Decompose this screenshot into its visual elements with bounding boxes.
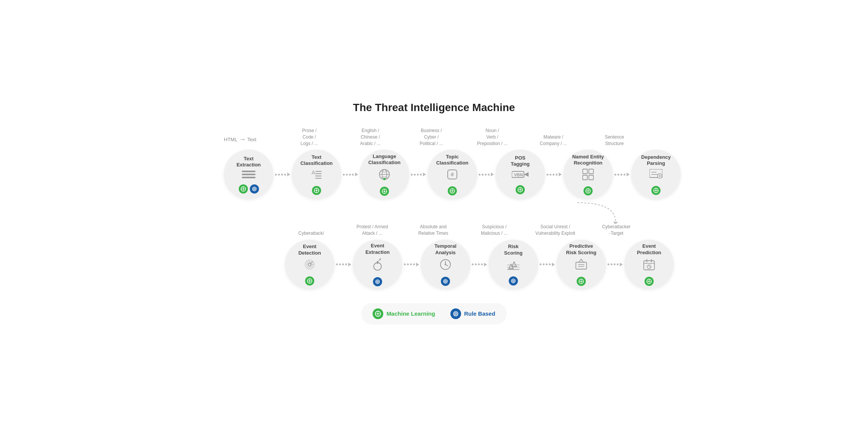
connector-4 bbox=[477, 173, 495, 176]
svg-point-36 bbox=[452, 190, 453, 192]
svg-point-123 bbox=[648, 281, 650, 282]
svg-rect-1 bbox=[242, 174, 256, 175]
page-title: The Threat Intelligence Machine bbox=[217, 102, 651, 114]
badge-ml bbox=[645, 277, 654, 286]
svg-rect-50 bbox=[583, 169, 587, 174]
sublabel2-6: Cyberattacker-Target bbox=[590, 224, 643, 237]
sublabel-6: SentenceStructure bbox=[588, 134, 641, 147]
row2-container: Cyberattack/ Protest / ArmedAttack / ...… bbox=[217, 224, 651, 289]
sublabel-1: Prose /Code /Logs / ... bbox=[283, 127, 336, 147]
badge-ml bbox=[312, 186, 321, 195]
node-event-prediction: EventPrediction bbox=[624, 240, 674, 289]
badge-ml bbox=[239, 184, 248, 194]
row1-container: HTML → Text Prose /Code /Logs / ... Engl… bbox=[217, 127, 651, 199]
node-predictive-risk: PredictiveRisk Scoring bbox=[556, 240, 606, 289]
svg-point-4 bbox=[243, 188, 244, 190]
connector-5 bbox=[545, 173, 563, 176]
legend-rb: Rule Based bbox=[450, 308, 495, 319]
node-dependency-parsing: DependencyParsing bbox=[631, 150, 681, 199]
svg-text:A: A bbox=[312, 169, 315, 176]
svg-point-104 bbox=[513, 281, 514, 281]
sublabel2-4: Suspicious /Malicious / ... bbox=[468, 224, 521, 237]
curve-connector bbox=[217, 201, 651, 224]
connector-r2-5 bbox=[606, 263, 624, 266]
sublabel2-2: Protest / ArmedAttack / ... bbox=[346, 224, 399, 237]
svg-point-89 bbox=[377, 281, 378, 282]
badge-ml bbox=[305, 276, 314, 286]
legend-ml-label: Machine Learning bbox=[386, 310, 435, 317]
svg-rect-53 bbox=[589, 175, 593, 180]
svg-point-55 bbox=[587, 190, 589, 192]
sublabel-5: Malware /Company / ... bbox=[527, 134, 580, 147]
sublabel-4: Noun /Verb /Preposition / ... bbox=[466, 127, 519, 147]
svg-rect-84 bbox=[377, 261, 378, 264]
svg-marker-43 bbox=[524, 172, 529, 177]
sublabel2-5: Social Unrest /Vulnerability Exploit bbox=[529, 224, 582, 237]
svg-line-121 bbox=[649, 267, 651, 268]
svg-point-18 bbox=[316, 190, 317, 191]
svg-point-67 bbox=[655, 190, 657, 191]
badge-ml bbox=[583, 186, 593, 195]
legend-badge-rb bbox=[450, 308, 461, 319]
svg-point-45 bbox=[519, 189, 521, 190]
sublabel2-1: Cyberattack/ bbox=[285, 230, 338, 237]
connector-2 bbox=[341, 173, 360, 176]
node-named-entity: Named EntityRecognition bbox=[563, 150, 613, 199]
svg-point-110 bbox=[580, 281, 582, 282]
svg-point-26 bbox=[383, 178, 386, 180]
svg-point-28 bbox=[384, 190, 385, 192]
row2-circles: EventDetection bbox=[217, 240, 651, 289]
svg-point-96 bbox=[445, 281, 446, 282]
svg-rect-0 bbox=[242, 171, 256, 172]
connector-r2-4 bbox=[538, 263, 556, 266]
svg-point-11 bbox=[254, 189, 255, 189]
badge-ml bbox=[380, 187, 389, 196]
sublabel-3: Business /Cyber /Political / ... bbox=[405, 127, 458, 147]
legend-badge-ml bbox=[373, 308, 383, 319]
legend-rb-label: Rule Based bbox=[464, 310, 495, 317]
svg-text:#: # bbox=[451, 171, 454, 178]
badge-ml bbox=[577, 277, 586, 286]
main-container: The Threat Intelligence Machine HTML → T… bbox=[217, 102, 651, 324]
svg-point-78 bbox=[309, 280, 310, 282]
node-risk-scoring: RiskScoring bbox=[489, 240, 538, 289]
node-topic-classification: TopicClassification # bbox=[428, 150, 477, 199]
node-text-extraction: TextExtraction bbox=[224, 150, 273, 199]
badge-ml bbox=[448, 186, 457, 195]
svg-rect-105 bbox=[576, 262, 587, 269]
connector-3 bbox=[409, 173, 428, 176]
connector-1 bbox=[273, 173, 292, 176]
connector-6 bbox=[613, 173, 631, 176]
svg-text:VBN: VBN bbox=[514, 173, 523, 177]
sublabel-2: English /Chinese /Arabic / ... bbox=[344, 127, 397, 147]
badge-rb bbox=[250, 184, 259, 194]
svg-rect-52 bbox=[583, 175, 587, 180]
badge-ml bbox=[651, 186, 661, 195]
connector-r2-1 bbox=[334, 263, 353, 266]
badge-rb bbox=[441, 277, 450, 286]
node-pos-tagging: POSTagging VBN bbox=[495, 150, 545, 199]
node-language-classification: LanguageClassification bbox=[360, 150, 409, 199]
text-label: Text bbox=[247, 137, 256, 142]
node-temporal-analysis: TemporalAnalysis bbox=[421, 240, 470, 289]
legend: Machine Learning Rule Based bbox=[361, 303, 506, 324]
node-event-detection: EventDetection bbox=[285, 240, 334, 289]
svg-point-129 bbox=[377, 313, 379, 315]
svg-rect-51 bbox=[589, 169, 593, 174]
sublabel2-3: Absolute andRelative Times bbox=[407, 224, 460, 237]
svg-marker-106 bbox=[579, 259, 583, 262]
svg-point-93 bbox=[445, 264, 446, 265]
html-label: HTML bbox=[224, 137, 237, 142]
badge-rb bbox=[373, 277, 382, 286]
badge-rb bbox=[509, 276, 518, 286]
svg-point-86 bbox=[379, 258, 381, 260]
connector-r2-3 bbox=[470, 263, 489, 266]
svg-marker-98 bbox=[512, 262, 516, 266]
badge-ml bbox=[516, 185, 525, 194]
node-text-classification: TextClassification A bbox=[292, 150, 341, 199]
legend-ml: Machine Learning bbox=[373, 308, 435, 319]
svg-rect-2 bbox=[242, 177, 256, 178]
svg-point-136 bbox=[455, 313, 456, 314]
connector-r2-2 bbox=[402, 263, 421, 266]
node-event-extraction: EventExtraction bbox=[353, 240, 402, 289]
